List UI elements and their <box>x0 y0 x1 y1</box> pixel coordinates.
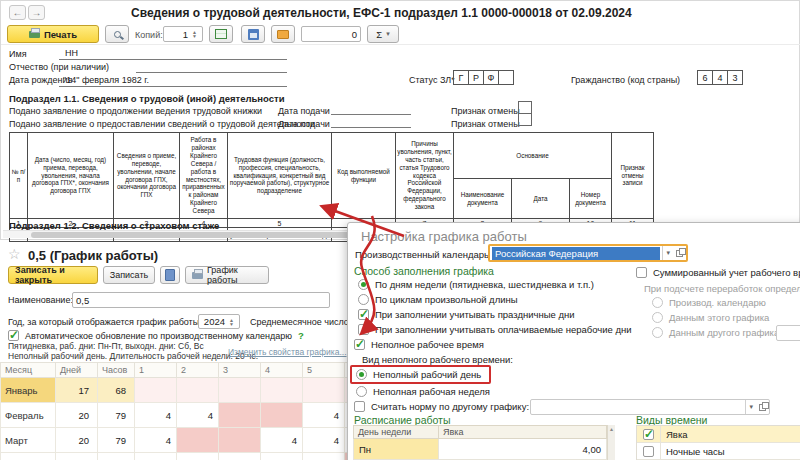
month-row[interactable]: Январь1768 <box>1 378 387 403</box>
day-cell[interactable]: 4 <box>303 428 345 453</box>
checkbox-parttime[interactable]: Неполное рабочее время <box>354 339 484 350</box>
patronymic-label: Отчество (при наличии) <box>9 62 109 72</box>
day-cell[interactable] <box>219 378 261 403</box>
send-button[interactable] <box>271 25 295 43</box>
day-cell[interactable]: 4 <box>303 403 345 428</box>
open-link-icon[interactable] <box>676 250 683 257</box>
column-number: 5 <box>228 219 332 228</box>
notes-button[interactable] <box>160 266 180 284</box>
pages-field[interactable]: 0 <box>301 26 361 42</box>
day-cell[interactable]: 4 <box>219 453 261 460</box>
print-preview-button[interactable] <box>105 25 129 43</box>
print-schedule-button[interactable]: График работы <box>185 266 269 284</box>
checkbox-other-norm[interactable]: Считать норму по другому графику: <box>354 401 529 412</box>
chevron-down-icon[interactable]: ▾ <box>662 246 673 260</box>
radio-by-week[interactable]: По дням недели (пятидневка, шестидневка … <box>358 279 594 290</box>
day-cell[interactable]: 4 <box>261 428 303 453</box>
favorite-star-icon[interactable]: ☆ <box>8 246 21 262</box>
radio-prod-calendar[interactable]: Производ. календарю <box>652 297 766 308</box>
month-name-cell[interactable]: Март <box>1 428 56 453</box>
month-name-cell[interactable]: Февраль <box>1 403 56 428</box>
checkbox-holidays[interactable]: При заполнении учитывать праздничные дни <box>358 309 575 320</box>
open-link-icon[interactable] <box>759 404 766 411</box>
radio-other-graph[interactable]: Данным другого графика <box>652 327 779 338</box>
print-button[interactable]: Печать <box>7 25 99 43</box>
calendar-combo[interactable]: Российская Федерация ▾ <box>488 244 688 262</box>
schedule-name-value: 0,5 <box>76 295 89 306</box>
day-cell[interactable]: 4 <box>135 428 177 453</box>
save-and-close-button[interactable]: Записать и закрыть <box>8 266 98 284</box>
copies-input[interactable]: 1 ▲▼ <box>163 26 203 42</box>
time-type-row[interactable]: Явка <box>637 426 800 443</box>
month-hours-cell: 79 <box>98 403 135 428</box>
col-header-north: Работа в районах Крайнего Севера / работ… <box>180 133 228 219</box>
day-cell[interactable] <box>135 378 177 403</box>
radio-selected-icon <box>356 369 367 380</box>
citizenship-label: Гражданство (код страны) <box>571 75 680 85</box>
col-header-doc-date: Дата <box>512 179 570 219</box>
copies-stepper[interactable]: ▲▼ <box>190 30 199 38</box>
day-cell[interactable]: 4 <box>303 453 345 460</box>
chevron-down-icon[interactable]: ▾ <box>745 400 756 414</box>
month-row[interactable]: Апрель218444444 <box>1 453 387 460</box>
radio-parttime-week[interactable]: Неполная рабочая неделя <box>356 386 490 397</box>
checkbox-checked-icon[interactable] <box>643 429 654 440</box>
status-boxes: ГРФ <box>454 70 514 85</box>
statement-2-date-underline <box>331 127 411 128</box>
sum-button[interactable]: Σ ▾ <box>367 25 399 43</box>
day-cell[interactable]: 4 <box>177 453 219 460</box>
auto-update-checkbox[interactable]: Автоматическое обновление по производств… <box>8 330 304 341</box>
vertical-scrollbar[interactable]: ▴ <box>607 425 615 460</box>
day-cell[interactable] <box>219 403 261 428</box>
print-schedule-label: График работы <box>207 265 262 285</box>
work-schedule-row[interactable]: Пн4,00 <box>354 439 607 460</box>
change-properties-link[interactable]: Изменить свойства графика... <box>228 347 347 357</box>
day-cell[interactable] <box>303 378 345 403</box>
scrollbar-thumb[interactable] <box>31 232 353 238</box>
radio-this-graph[interactable]: Данным этого графика <box>652 312 769 323</box>
radio-parttime-day[interactable]: Неполный рабочий день <box>373 369 481 380</box>
day-cell[interactable] <box>261 378 303 403</box>
back-button[interactable]: ← <box>9 5 26 20</box>
checkbox-summary-accounting[interactable]: Суммированный учет рабочего времени <box>636 267 800 278</box>
schedule-name-input[interactable]: 0,5 <box>72 292 330 308</box>
name-underline <box>59 59 287 60</box>
status-label: Статус ЗЛ* <box>409 75 455 85</box>
month-grid-header-cell: 1 <box>135 363 177 378</box>
time-type-row[interactable]: Ночные часы <box>637 443 800 460</box>
year-input[interactable]: 2024 ▲▼ <box>198 314 240 329</box>
checkbox-icon[interactable] <box>643 446 654 457</box>
year-stepper[interactable]: ▲▼ <box>227 318 236 326</box>
write-button[interactable]: Записать <box>103 266 155 284</box>
time-type-label: Явка <box>661 429 688 440</box>
day-cell[interactable] <box>219 428 261 453</box>
weekday-cell[interactable]: Пн <box>354 439 439 460</box>
other-norm-field[interactable]: ▾ <box>530 399 770 415</box>
checkbox-checked-icon <box>358 309 369 320</box>
day-cell[interactable] <box>177 378 219 403</box>
day-cell[interactable]: 4 <box>177 403 219 428</box>
help-icon[interactable]: ? <box>298 330 304 341</box>
name-field-label: Наименование: <box>8 295 73 305</box>
time-type-checkbox-cell[interactable] <box>637 426 661 442</box>
month-name-cell[interactable]: Апрель <box>1 453 56 460</box>
hours-cell[interactable]: 4,00 <box>439 439 607 460</box>
day-cell[interactable] <box>177 428 219 453</box>
checkbox-other-norm-label: Считать норму по другому графику: <box>371 401 529 412</box>
month-row[interactable]: Март20794444 <box>1 428 387 453</box>
day-cell[interactable]: 4 <box>135 403 177 428</box>
checkbox-paid-nonworking[interactable]: При заполнении учитывать оплачиваемые не… <box>358 324 632 335</box>
time-type-checkbox-cell[interactable] <box>637 443 661 459</box>
forward-button[interactable]: → <box>28 5 45 20</box>
other-graph-field[interactable]: ▾ <box>776 325 800 341</box>
month-name-cell[interactable]: Январь <box>1 378 56 403</box>
table-settings-button[interactable] <box>209 25 233 43</box>
work-schedule-table: День неделиЯвка Пн4,00Вт4,00 <box>353 425 607 460</box>
month-grid-body: Январь1768Февраль20794444Март20794444Апр… <box>1 378 387 460</box>
day-cell[interactable]: 4 <box>261 453 303 460</box>
save-button[interactable] <box>241 25 265 43</box>
day-cell[interactable]: 4 <box>135 453 177 460</box>
month-row[interactable]: Февраль20794444 <box>1 403 387 428</box>
radio-by-cycle[interactable]: По циклам произвольной длины <box>358 294 518 305</box>
day-cell[interactable] <box>261 403 303 428</box>
